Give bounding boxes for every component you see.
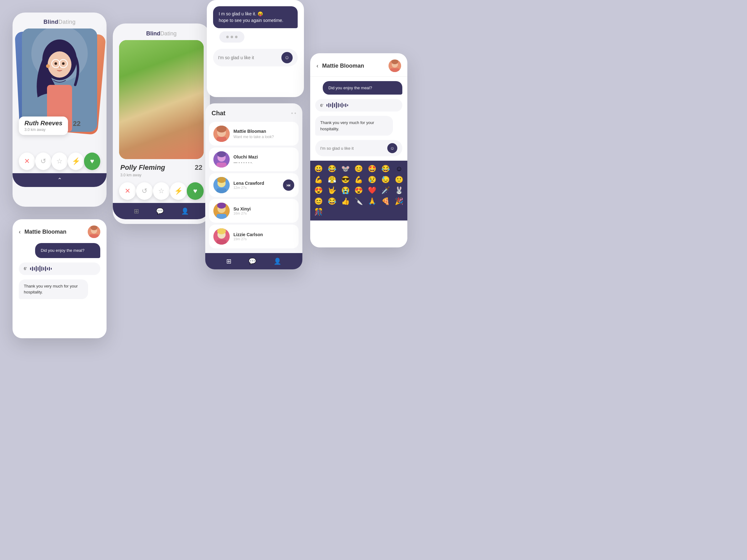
card2-flash-button[interactable]: ⚡ xyxy=(170,182,187,200)
bottom-nav-profile[interactable]: 👤 xyxy=(274,258,281,265)
card2-refresh-button[interactable]: ↺ xyxy=(136,182,153,200)
svg-rect-23 xyxy=(171,70,174,85)
emoji-6[interactable]: 😂 xyxy=(380,164,391,174)
nav-chat-icon[interactable]: 💬 xyxy=(156,207,164,215)
svg-point-24 xyxy=(157,79,160,81)
emoji-1[interactable]: 😀 xyxy=(313,164,324,174)
card2-header: BlindDating xyxy=(113,24,210,40)
chat-input-row[interactable]: ☺ xyxy=(213,49,298,66)
emoji-22[interactable]: 😊 xyxy=(313,197,324,206)
emoji-12[interactable]: 😢 xyxy=(366,176,378,185)
like-button[interactable] xyxy=(84,153,100,170)
svg-point-25 xyxy=(163,79,166,81)
chat-item-oluchi[interactable]: Oluchi Mazi ▪▪▪ ▪ ▪ ▪ ▪ ▪ ▪. xyxy=(209,148,299,171)
emoji-19[interactable]: ❤️ xyxy=(366,186,378,195)
emoji-27[interactable]: 🍕 xyxy=(380,197,391,206)
dislike-button[interactable]: ✕ xyxy=(19,153,35,170)
emoji-23[interactable]: 😂 xyxy=(326,197,338,206)
age-polly: 22 xyxy=(195,163,202,171)
chat-item-mattie[interactable]: Mattie Blooman Want me to take a look? xyxy=(209,122,299,145)
card-polly-fleming: BlindDating xyxy=(113,24,210,224)
refresh-button[interactable]: ↺ xyxy=(35,153,51,170)
chat-item-lizzie[interactable]: Lizzie Carlson 19m 27s xyxy=(209,224,299,248)
emoji-17[interactable]: 😭 xyxy=(340,186,351,195)
card2-like-button[interactable] xyxy=(187,182,204,200)
chat-header-dots[interactable]: • • xyxy=(291,111,296,116)
bottom-nav-chat[interactable]: 💬 xyxy=(249,258,256,265)
emoji-14[interactable]: 🙂 xyxy=(393,176,405,185)
chat-info-su: Su Xinyi 16m 27s xyxy=(233,206,294,215)
svg-point-9 xyxy=(46,64,50,68)
sent-msg-small-text: Did you enjoy the meal? xyxy=(41,248,84,253)
emoji-24[interactable]: 👍 xyxy=(340,197,351,206)
chat-info-oluchi: Oluchi Mazi ▪▪▪ ▪ ▪ ▪ ▪ ▪ ▪. xyxy=(233,154,294,165)
emoji-20[interactable]: 🗡️ xyxy=(380,186,391,195)
send-button[interactable]: ☺ xyxy=(281,52,293,63)
video-call-icon[interactable]: ⏮ xyxy=(283,180,294,191)
emoji-18[interactable]: 😍 xyxy=(353,186,365,195)
dot-1 xyxy=(226,36,229,38)
dot-2 xyxy=(231,36,233,38)
svg-rect-43 xyxy=(216,188,227,193)
chat-meta-lizzie: 19m 27s xyxy=(233,237,294,241)
waveform-small xyxy=(30,266,52,272)
emoji-7[interactable]: ☺️ xyxy=(393,164,405,174)
emoji-3[interactable]: 🐭 xyxy=(340,164,351,174)
emoji-9[interactable]: 😤 xyxy=(326,176,338,185)
wb11 xyxy=(49,267,50,271)
svg-rect-35 xyxy=(216,137,227,142)
svg-rect-11 xyxy=(119,40,204,159)
emoji-13[interactable]: 😓 xyxy=(380,176,391,185)
age-ruth: 22 xyxy=(73,119,80,128)
emoji-25[interactable]: 🔪 xyxy=(353,197,365,206)
emoji-chat-input[interactable] xyxy=(320,146,387,151)
avatar-oluchi xyxy=(213,151,230,167)
card2-bottom-nav: ⊞ 💬 👤 xyxy=(113,203,210,219)
emoji-11[interactable]: 💪 xyxy=(353,176,365,185)
chat-name-lizzie: Lizzie Carlson xyxy=(233,232,294,237)
emoji-send-button[interactable]: ☺ xyxy=(387,143,397,153)
contact-name-small: Mattie Blooman xyxy=(24,229,67,235)
emoji-16[interactable]: 🤟 xyxy=(326,186,338,195)
card2-star-button[interactable]: ☆ xyxy=(153,182,170,200)
chat-item-su[interactable]: Su Xinyi 16m 27s xyxy=(209,199,299,223)
svg-rect-22 xyxy=(149,70,152,85)
svg-point-15 xyxy=(119,59,150,115)
wb1 xyxy=(30,267,31,270)
card-chat-bubble: I m so glad u like it. 😝hope to see you … xyxy=(207,0,304,97)
emoji-26[interactable]: 🙏 xyxy=(366,197,378,206)
chat-input[interactable] xyxy=(218,55,281,60)
emoji-4[interactable]: 😊 xyxy=(353,164,365,174)
emoji-21[interactable]: 🐰 xyxy=(393,186,405,195)
nav-cards-icon[interactable]: ⊞ xyxy=(134,207,139,215)
wb5 xyxy=(37,267,38,271)
voice-time-small: 6' xyxy=(24,266,27,271)
ewb2 xyxy=(328,103,329,107)
svg-point-21 xyxy=(149,60,174,82)
back-button[interactable]: ‹ xyxy=(19,229,21,235)
chat-back-button[interactable]: ‹ xyxy=(316,63,318,69)
name-row-polly: Polly Fleming 22 xyxy=(113,159,210,173)
bottom-nav-cards[interactable]: ⊞ xyxy=(226,258,232,265)
star-button[interactable]: ☆ xyxy=(51,153,68,170)
chat-info-lizzie: Lizzie Carlson 19m 27s xyxy=(233,232,294,241)
contact-avatar-emoji xyxy=(389,59,401,72)
emoji-8[interactable]: 💪 xyxy=(313,176,324,185)
flash-button[interactable]: ⚡ xyxy=(68,153,84,170)
emoji-2[interactable]: 😂 xyxy=(326,164,338,174)
emoji-28[interactable]: 🎉 xyxy=(393,197,405,206)
emoji-15[interactable]: 😍 xyxy=(313,186,324,195)
sent-msg-emoji-1-text: Did you enjoy the meal? xyxy=(328,85,372,90)
nav-profile-icon[interactable]: 👤 xyxy=(181,207,189,215)
card2-dislike-button[interactable]: ✕ xyxy=(119,182,136,200)
sent-msg-small: Did you enjoy the meal? xyxy=(35,243,100,258)
received-msg-small: Thank you very much for your hospitality… xyxy=(19,279,88,299)
emoji-input-area[interactable]: ☺ xyxy=(315,140,402,156)
emoji-5[interactable]: 🤩 xyxy=(366,164,378,174)
distance-polly: 3.0 km away xyxy=(113,173,210,177)
emoji-10[interactable]: 😎 xyxy=(340,176,351,185)
svg-point-8 xyxy=(62,62,65,65)
chat-name-oluchi: Oluchi Mazi xyxy=(233,154,294,159)
chat-item-lena[interactable]: Lena Crawford 12m 27s ⏮ xyxy=(209,173,299,197)
emoji-29[interactable]: 🎊 xyxy=(313,208,324,217)
